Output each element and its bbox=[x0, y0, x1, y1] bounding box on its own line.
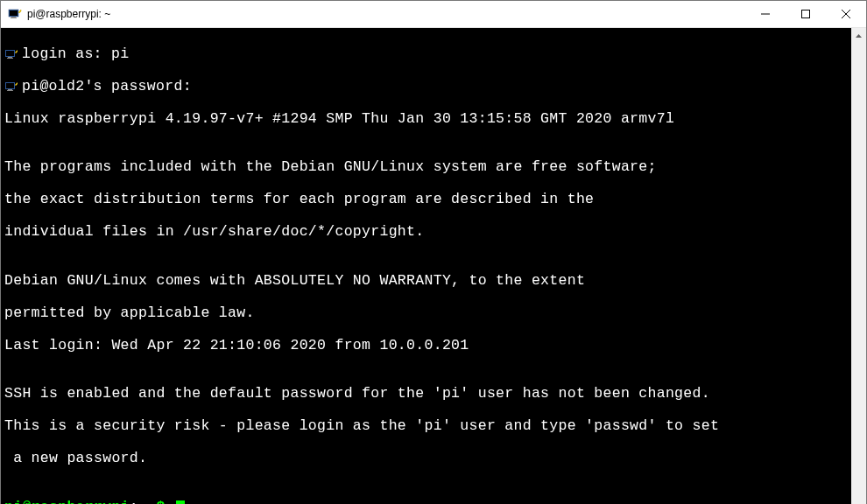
putty-icon bbox=[4, 80, 18, 94]
terminal-line: SSH is enabled and the default password … bbox=[4, 386, 851, 402]
svg-rect-10 bbox=[8, 57, 12, 58]
terminal-line: individual files in /usr/share/doc/*/cop… bbox=[4, 224, 851, 241]
app-window: pi@raspberrypi: ~ login as: pi pi@old2's… bbox=[0, 0, 867, 504]
svg-rect-15 bbox=[7, 90, 13, 91]
terminal-line: Last login: Wed Apr 22 21:10:06 2020 fro… bbox=[4, 338, 851, 354]
maximize-button[interactable] bbox=[786, 1, 826, 27]
svg-rect-11 bbox=[7, 58, 13, 59]
terminal-line: The programs included with the Debian GN… bbox=[4, 159, 851, 176]
svg-rect-1 bbox=[10, 10, 18, 16]
window-title: pi@raspberrypi: ~ bbox=[27, 8, 110, 20]
terminal-line: pi@old2's password: bbox=[4, 79, 851, 95]
svg-rect-3 bbox=[11, 18, 17, 18]
password-prompt-text: pi@old2's password: bbox=[22, 79, 192, 95]
terminal-line: the exact distribution terms for each pr… bbox=[4, 192, 851, 208]
terminal-prompt-line: pi@raspberrypi:~ $ bbox=[4, 500, 851, 505]
prompt-separator: : bbox=[130, 499, 138, 505]
putty-icon bbox=[8, 7, 22, 21]
svg-rect-14 bbox=[8, 89, 12, 90]
vertical-scrollbar[interactable] bbox=[851, 28, 866, 504]
prompt-path: ~ bbox=[138, 499, 147, 505]
terminal-line: permitted by applicable law. bbox=[4, 305, 851, 322]
maximize-icon bbox=[801, 10, 810, 18]
scroll-up-icon bbox=[856, 34, 862, 38]
terminal-line: login as: pi bbox=[4, 46, 851, 63]
svg-rect-2 bbox=[11, 17, 16, 18]
minimize-button[interactable] bbox=[745, 1, 786, 27]
close-icon bbox=[842, 10, 850, 18]
scrollbar-track[interactable] bbox=[851, 43, 866, 504]
terminal-line: Linux raspberrypi 4.19.97-v7+ #1294 SMP … bbox=[4, 111, 851, 128]
scroll-up-button[interactable] bbox=[851, 28, 866, 43]
close-button[interactable] bbox=[826, 1, 866, 27]
terminal-line: This is a security risk - please login a… bbox=[4, 418, 851, 435]
terminal-wrap: login as: pi pi@old2's password: Linux r… bbox=[1, 28, 866, 504]
svg-rect-9 bbox=[6, 51, 14, 56]
terminal-line: a new password. bbox=[4, 451, 851, 467]
prompt-symbol: $ bbox=[147, 499, 174, 505]
putty-icon bbox=[4, 47, 18, 61]
title-bar: pi@raspberrypi: ~ bbox=[1, 1, 866, 28]
prompt-userhost: pi@raspberrypi bbox=[4, 499, 130, 505]
terminal[interactable]: login as: pi pi@old2's password: Linux r… bbox=[1, 28, 851, 504]
terminal-line: Debian GNU/Linux comes with ABSOLUTELY N… bbox=[4, 273, 851, 290]
cursor bbox=[176, 500, 185, 505]
svg-rect-5 bbox=[802, 10, 810, 18]
svg-rect-13 bbox=[6, 83, 14, 88]
minimize-icon bbox=[761, 10, 770, 18]
login-prompt-text: login as: pi bbox=[22, 46, 129, 63]
